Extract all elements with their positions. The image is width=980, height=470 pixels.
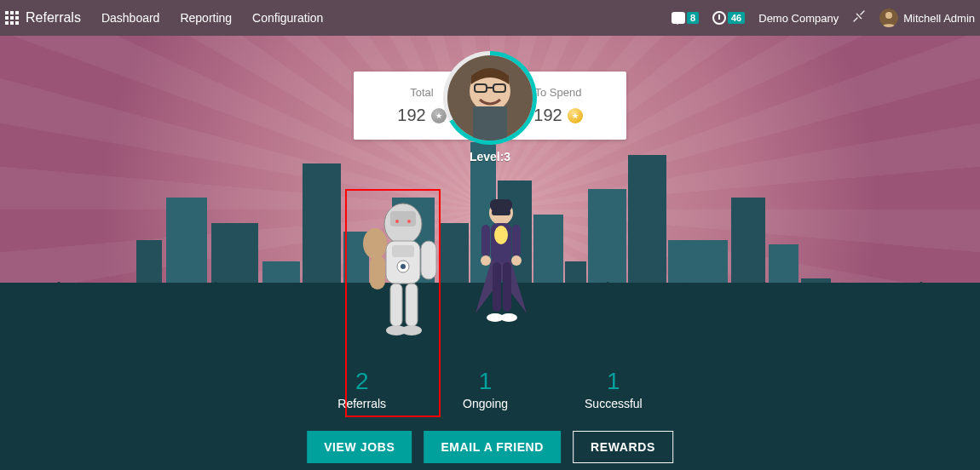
activities-indicator[interactable]: 46 [712, 11, 745, 25]
svg-rect-4 [473, 106, 507, 140]
svg-rect-9 [390, 211, 416, 226]
stat-ongoing-label: Ongoing [463, 397, 508, 410]
svg-point-31 [511, 255, 522, 266]
svg-point-27 [494, 226, 508, 244]
user-menu[interactable]: Mitchell Admin [879, 9, 975, 27]
stat-referrals-label: Referrals [337, 397, 386, 410]
stat-referrals-value: 2 [337, 368, 386, 395]
profile-progress-ring [443, 51, 537, 145]
svg-point-35 [500, 313, 517, 322]
stat-successful-value: 1 [585, 368, 643, 395]
svg-point-22 [401, 325, 422, 335]
svg-rect-20 [406, 284, 418, 326]
svg-rect-24 [490, 199, 512, 211]
spend-value: 192 [533, 106, 562, 125]
hero-avatar [463, 194, 539, 342]
svg-point-16 [401, 264, 406, 269]
stat-referrals[interactable]: 2 Referrals [337, 368, 386, 410]
svg-point-1 [885, 12, 892, 19]
clock-icon [712, 11, 726, 25]
svg-point-12 [363, 228, 387, 259]
view-jobs-button[interactable]: VIEW JOBS [307, 431, 412, 463]
svg-rect-32 [493, 262, 501, 312]
svg-point-11 [407, 220, 411, 223]
company-name[interactable]: Demo Company [758, 12, 839, 25]
nav-dashboard[interactable]: Dashboard [101, 11, 160, 25]
profile-photo [447, 55, 533, 140]
svg-rect-25 [492, 209, 510, 215]
total-value: 192 [397, 106, 425, 125]
stat-successful-label: Successful [585, 397, 643, 410]
messages-count: 8 [687, 12, 699, 24]
level-text: Level:3 [470, 150, 510, 163]
svg-point-30 [481, 255, 491, 266]
svg-rect-33 [503, 262, 511, 312]
star-gold-icon [568, 108, 583, 123]
app-title[interactable]: Referrals [26, 10, 81, 26]
user-name-label: Mitchell Admin [903, 12, 975, 25]
activities-count: 46 [728, 12, 745, 24]
apps-icon[interactable] [5, 11, 19, 25]
nav-reporting[interactable]: Reporting [180, 11, 232, 25]
email-friend-button[interactable]: EMAIL A FRIEND [424, 431, 561, 463]
svg-rect-14 [392, 245, 414, 257]
svg-rect-19 [390, 284, 402, 326]
svg-point-10 [395, 220, 399, 223]
stat-ongoing[interactable]: 1 Ongoing [463, 368, 508, 410]
stat-ongoing-value: 1 [463, 368, 508, 395]
rewards-button[interactable]: REWARDS [573, 431, 673, 463]
robot-avatar [356, 194, 450, 342]
svg-rect-29 [512, 225, 521, 257]
debug-icon[interactable] [852, 9, 866, 26]
nav-configuration[interactable]: Configuration [252, 11, 323, 25]
svg-rect-17 [421, 241, 436, 279]
messages-indicator[interactable]: 8 [672, 12, 699, 24]
chat-icon [672, 12, 685, 24]
svg-rect-18 [370, 255, 385, 289]
user-avatar-icon [879, 9, 898, 27]
svg-rect-28 [481, 225, 490, 257]
stat-successful[interactable]: 1 Successful [585, 368, 643, 410]
